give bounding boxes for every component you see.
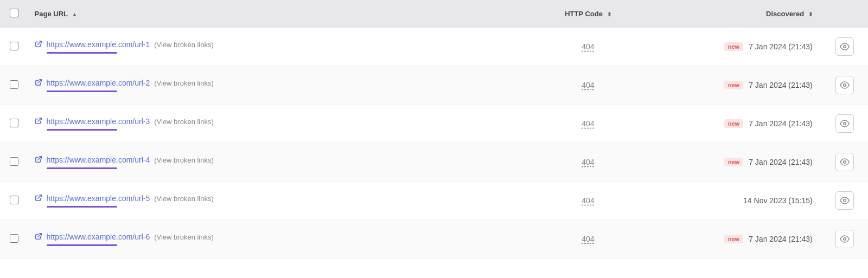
row-checkbox[interactable] bbox=[10, 196, 18, 204]
svg-point-3 bbox=[843, 84, 846, 87]
http-code-cell: 404 bbox=[532, 182, 644, 220]
page-url-link[interactable]: https://www.example.com/url-2 bbox=[47, 79, 150, 87]
row-checkbox-cell bbox=[0, 143, 28, 182]
header-checkbox-cell bbox=[0, 0, 28, 28]
http-code-cell: 404 bbox=[532, 105, 644, 143]
action-cell bbox=[829, 220, 868, 258]
new-badge: new bbox=[724, 119, 743, 128]
svg-point-7 bbox=[843, 161, 846, 164]
new-badge: new bbox=[724, 42, 743, 51]
url-cell: https://www.example.com/url-1(View broke… bbox=[28, 28, 532, 66]
view-broken-links-button[interactable]: (View broken links) bbox=[154, 156, 214, 164]
broken-links-table: Page URL ▲ HTTP Code ⬍ Discovered ⬍ http… bbox=[0, 0, 868, 258]
svg-point-5 bbox=[843, 122, 846, 125]
url-underline-bar bbox=[47, 52, 117, 54]
svg-line-2 bbox=[37, 79, 41, 82]
header-action bbox=[829, 0, 868, 28]
discovered-date: 7 Jan 2024 (21:43) bbox=[749, 158, 813, 166]
eye-button[interactable] bbox=[835, 230, 854, 248]
url-cell: https://www.example.com/url-5(View broke… bbox=[28, 182, 532, 220]
page-url-link[interactable]: https://www.example.com/url-4 bbox=[47, 156, 150, 164]
table-row: https://www.example.com/url-2(View broke… bbox=[0, 66, 868, 105]
action-cell bbox=[829, 105, 868, 143]
eye-button[interactable] bbox=[835, 114, 854, 133]
header-page-url-label: Page URL bbox=[35, 10, 68, 18]
row-checkbox[interactable] bbox=[10, 157, 18, 166]
header-http-code[interactable]: HTTP Code ⬍ bbox=[532, 0, 644, 28]
table-row: https://www.example.com/url-6(View broke… bbox=[0, 220, 868, 258]
action-cell bbox=[829, 28, 868, 66]
discovered-date: 14 Nov 2023 (15:15) bbox=[743, 196, 813, 205]
discovered-cell: new7 Jan 2024 (21:43) bbox=[644, 28, 829, 66]
svg-line-4 bbox=[37, 118, 41, 121]
row-checkbox[interactable] bbox=[10, 234, 18, 243]
http-code-cell: 404 bbox=[532, 28, 644, 66]
row-checkbox-cell bbox=[0, 66, 28, 105]
svg-line-10 bbox=[37, 233, 41, 236]
url-underline-bar bbox=[47, 206, 117, 208]
table-row: https://www.example.com/url-1(View broke… bbox=[0, 28, 868, 66]
table-row: https://www.example.com/url-4(View broke… bbox=[0, 143, 868, 182]
discovered-cell: 14 Nov 2023 (15:15) bbox=[644, 182, 829, 220]
header-http-code-label: HTTP Code bbox=[565, 10, 603, 18]
discovered-cell: new7 Jan 2024 (21:43) bbox=[644, 220, 829, 258]
row-checkbox[interactable] bbox=[10, 119, 18, 127]
view-broken-links-button[interactable]: (View broken links) bbox=[154, 233, 214, 241]
external-link-icon bbox=[35, 117, 42, 126]
discovered-date: 7 Jan 2024 (21:43) bbox=[749, 42, 813, 51]
page-url-link[interactable]: https://www.example.com/url-6 bbox=[47, 232, 150, 241]
external-link-icon bbox=[35, 156, 42, 165]
eye-button[interactable] bbox=[835, 37, 854, 56]
discovered-cell: new7 Jan 2024 (21:43) bbox=[644, 105, 829, 143]
svg-line-8 bbox=[37, 195, 41, 198]
http-code-cell: 404 bbox=[532, 66, 644, 105]
action-cell bbox=[829, 182, 868, 220]
page-url-link[interactable]: https://www.example.com/url-3 bbox=[47, 117, 150, 126]
url-underline-bar bbox=[47, 244, 117, 246]
discovered-cell: new7 Jan 2024 (21:43) bbox=[644, 66, 829, 105]
header-page-url[interactable]: Page URL ▲ bbox=[28, 0, 532, 28]
table-row: https://www.example.com/url-5(View broke… bbox=[0, 182, 868, 220]
row-checkbox-cell bbox=[0, 182, 28, 220]
svg-line-0 bbox=[37, 41, 41, 44]
url-cell: https://www.example.com/url-4(View broke… bbox=[28, 143, 532, 182]
svg-line-6 bbox=[37, 156, 41, 159]
url-underline-bar bbox=[47, 129, 117, 131]
external-link-icon bbox=[35, 79, 42, 88]
row-checkbox[interactable] bbox=[10, 80, 18, 89]
url-cell: https://www.example.com/url-3(View broke… bbox=[28, 105, 532, 143]
header-discovered[interactable]: Discovered ⬍ bbox=[644, 0, 829, 28]
svg-point-11 bbox=[843, 238, 846, 241]
eye-button[interactable] bbox=[835, 153, 854, 171]
page-url-sort-icon: ▲ bbox=[72, 11, 77, 17]
eye-button[interactable] bbox=[835, 191, 854, 210]
eye-button[interactable] bbox=[835, 76, 854, 94]
url-underline-bar bbox=[47, 167, 117, 169]
page-url-link[interactable]: https://www.example.com/url-1 bbox=[47, 40, 150, 49]
external-link-icon bbox=[35, 232, 42, 242]
table-header-row: Page URL ▲ HTTP Code ⬍ Discovered ⬍ bbox=[0, 0, 868, 28]
main-table-container: Page URL ▲ HTTP Code ⬍ Discovered ⬍ http… bbox=[0, 0, 868, 258]
http-code-cell: 404 bbox=[532, 143, 644, 182]
row-checkbox[interactable] bbox=[10, 42, 18, 50]
view-broken-links-button[interactable]: (View broken links) bbox=[154, 118, 214, 126]
header-discovered-label: Discovered bbox=[766, 10, 804, 18]
view-broken-links-button[interactable]: (View broken links) bbox=[154, 79, 214, 87]
external-link-icon bbox=[35, 40, 42, 49]
row-checkbox-cell bbox=[0, 28, 28, 66]
new-badge: new bbox=[724, 158, 743, 166]
discovered-date: 7 Jan 2024 (21:43) bbox=[749, 235, 813, 243]
view-broken-links-button[interactable]: (View broken links) bbox=[154, 41, 214, 49]
url-underline-bar bbox=[47, 90, 117, 92]
view-broken-links-button[interactable]: (View broken links) bbox=[154, 195, 214, 203]
table-row: https://www.example.com/url-3(View broke… bbox=[0, 105, 868, 143]
url-cell: https://www.example.com/url-2(View broke… bbox=[28, 66, 532, 105]
select-all-checkbox[interactable] bbox=[10, 9, 18, 17]
url-cell: https://www.example.com/url-6(View broke… bbox=[28, 220, 532, 258]
discovered-date: 7 Jan 2024 (21:43) bbox=[749, 81, 813, 89]
discovered-sort-icon: ⬍ bbox=[808, 11, 813, 17]
page-url-link[interactable]: https://www.example.com/url-5 bbox=[47, 194, 150, 203]
row-checkbox-cell bbox=[0, 220, 28, 258]
new-badge: new bbox=[724, 235, 743, 243]
discovered-cell: new7 Jan 2024 (21:43) bbox=[644, 143, 829, 182]
